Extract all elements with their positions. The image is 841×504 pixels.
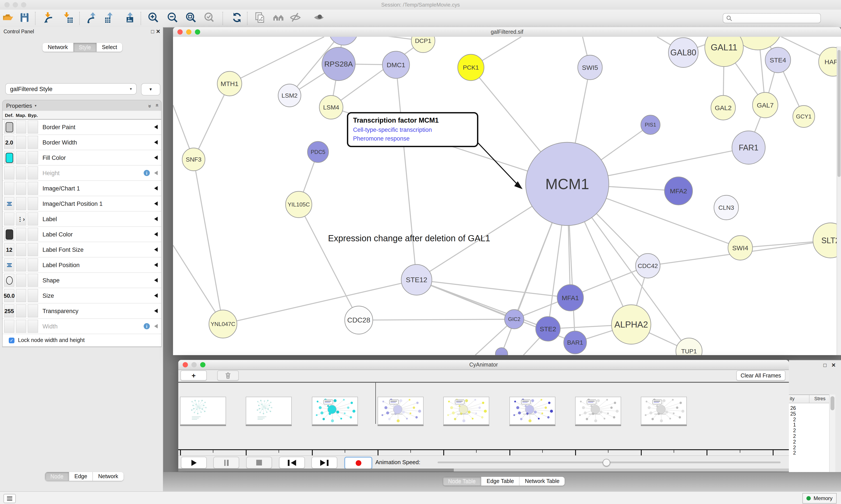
node-gcy1[interactable]: GCY1 <box>793 106 815 127</box>
tab-edge[interactable]: Edge <box>69 472 93 481</box>
bypass-value-cell[interactable] <box>28 304 38 318</box>
node-mth1[interactable]: MTH1 <box>217 71 242 96</box>
frame-thumbnail-7[interactable] <box>641 397 687 425</box>
frame-thumbnail-6[interactable] <box>575 397 621 425</box>
mapping-value-cell[interactable] <box>16 289 26 302</box>
node-cln3[interactable]: CLN3 <box>714 195 738 220</box>
minimize-icon[interactable] <box>186 29 192 35</box>
tab-style[interactable]: Style <box>74 43 97 52</box>
bypass-value-cell[interactable] <box>28 166 38 180</box>
pause-button[interactable] <box>213 457 239 469</box>
node-swi4[interactable]: SWI4 <box>728 236 753 260</box>
mapping-value-cell[interactable] <box>16 151 26 164</box>
property-row-label-position[interactable]: Label Position <box>3 257 161 273</box>
style-options-button[interactable]: ▼ <box>141 83 160 95</box>
mapping-value-cell[interactable] <box>16 197 26 210</box>
zoom-fit-button[interactable] <box>185 12 197 24</box>
property-row-border-width[interactable]: 2.0 Border Width <box>3 135 161 150</box>
expand-property-icon[interactable] <box>154 278 158 283</box>
animation-timeline[interactable]: 0123456789 Seconds <box>178 383 789 455</box>
tab-network[interactable]: Network <box>93 472 124 481</box>
collapse-all-icon[interactable]: » <box>153 105 160 107</box>
node-dmc1[interactable]: DMC1 <box>382 51 410 78</box>
go-to-end-button[interactable] <box>311 457 337 469</box>
mapping-value-cell[interactable]: ⋮› <box>16 212 26 226</box>
default-value-cell[interactable] <box>4 228 15 241</box>
property-row-height[interactable]: Height i <box>3 165 161 181</box>
mapping-value-cell[interactable] <box>16 243 26 256</box>
timeline-playhead[interactable] <box>376 383 376 424</box>
expand-property-icon[interactable] <box>154 171 158 175</box>
expand-property-icon[interactable] <box>154 217 158 221</box>
minimize-window-icon[interactable] <box>13 2 18 7</box>
maximize-icon[interactable] <box>195 29 200 35</box>
close-panel-icon[interactable]: ✕ <box>831 362 836 368</box>
cyanimator-horizontal-scrollbar[interactable] <box>178 469 789 472</box>
annotation-link-2[interactable]: Pheromone response <box>353 134 472 143</box>
network-canvas[interactable]: RPS28ADMC1DCP1PCK1SWI5GAL80GAL11STE4HAP2… <box>173 37 841 355</box>
expand-property-icon[interactable] <box>154 293 158 298</box>
node-pdc5[interactable]: PDC5 <box>307 141 328 162</box>
default-value-cell[interactable]: 2.0 <box>4 136 15 149</box>
node-table-header[interactable]: ity Stres <box>789 395 829 403</box>
frame-thumbnail-4[interactable] <box>443 397 489 425</box>
node-cdc28[interactable]: CDC28 <box>345 306 373 334</box>
bypass-value-cell[interactable] <box>28 136 38 149</box>
node-alpha2[interactable]: ALPHA2 <box>611 305 651 344</box>
import-network-button[interactable] <box>42 12 54 24</box>
frame-thumbnail-1[interactable] <box>246 397 292 425</box>
tab-node[interactable]: Node <box>45 472 69 481</box>
bypass-value-cell[interactable] <box>28 121 38 133</box>
table-vertical-scrollbar[interactable] <box>829 395 835 472</box>
lock-size-checkbox[interactable]: ✓ <box>9 337 15 343</box>
minimize-icon[interactable] <box>192 362 197 367</box>
node-pis1[interactable]: PIS1 <box>641 115 660 134</box>
delete-frame-button[interactable] <box>217 371 239 380</box>
scrollbar-thumb[interactable] <box>838 50 841 177</box>
bypass-value-cell[interactable] <box>28 212 38 226</box>
bypass-value-cell[interactable] <box>28 197 38 210</box>
property-row-shape[interactable]: Shape <box>3 273 161 288</box>
frame-thumbnail-2[interactable] <box>312 397 358 425</box>
default-value-cell[interactable] <box>4 151 15 164</box>
maximize-icon[interactable] <box>200 362 205 367</box>
bypass-value-cell[interactable] <box>28 182 38 195</box>
property-row-size[interactable]: 50.0 Size <box>3 288 161 303</box>
node-gal80[interactable]: GAL80 <box>668 38 698 68</box>
bypass-value-cell[interactable] <box>28 243 38 256</box>
cyanimator-titlebar[interactable]: CyAnimator <box>178 360 789 370</box>
node-bar1[interactable]: BAR1 <box>564 331 587 354</box>
close-icon[interactable] <box>177 29 183 35</box>
zoom-window-icon[interactable] <box>21 2 26 7</box>
expand-property-icon[interactable] <box>154 125 158 129</box>
node-lsm4[interactable]: LSM4 <box>319 95 343 119</box>
expand-all-icon[interactable]: » <box>146 105 153 107</box>
default-value-cell[interactable] <box>4 320 15 333</box>
node-snf3[interactable]: SNF3 <box>182 148 205 171</box>
mapping-value-cell[interactable] <box>16 320 26 333</box>
tab-select[interactable]: Select <box>96 43 122 52</box>
property-row-label-font-size[interactable]: 12 Label Font Size <box>3 242 161 257</box>
node-ynl047c[interactable]: YNL047C <box>209 310 237 338</box>
default-value-cell[interactable] <box>4 166 15 180</box>
export-network-button[interactable] <box>86 12 99 24</box>
bypass-value-cell[interactable] <box>28 274 38 287</box>
node-ste4[interactable]: STE4 <box>765 47 791 73</box>
expand-property-icon[interactable] <box>154 156 158 160</box>
node-mfa1[interactable]: MFA1 <box>557 285 584 311</box>
play-button[interactable] <box>181 457 207 469</box>
lock-size-row[interactable]: ✓ Lock node width and height <box>3 334 161 347</box>
node-pck1[interactable]: PCK1 <box>458 54 484 80</box>
property-row-border-paint[interactable]: Border Paint <box>3 120 161 135</box>
scrollbar-thumb[interactable] <box>178 469 454 472</box>
property-row-label[interactable]: ⋮› Label <box>3 212 161 227</box>
expand-property-icon[interactable] <box>154 309 158 313</box>
column-header[interactable]: Stres <box>814 396 825 401</box>
mapping-value-cell[interactable] <box>16 228 26 241</box>
property-row-label-color[interactable]: Label Color <box>3 227 161 242</box>
expand-property-icon[interactable] <box>154 201 158 206</box>
export-table-button[interactable] <box>103 12 115 24</box>
show-all-button[interactable] <box>313 12 325 24</box>
animation-speed-slider[interactable] <box>437 462 781 463</box>
property-row-fill-color[interactable]: Fill Color <box>3 150 161 165</box>
